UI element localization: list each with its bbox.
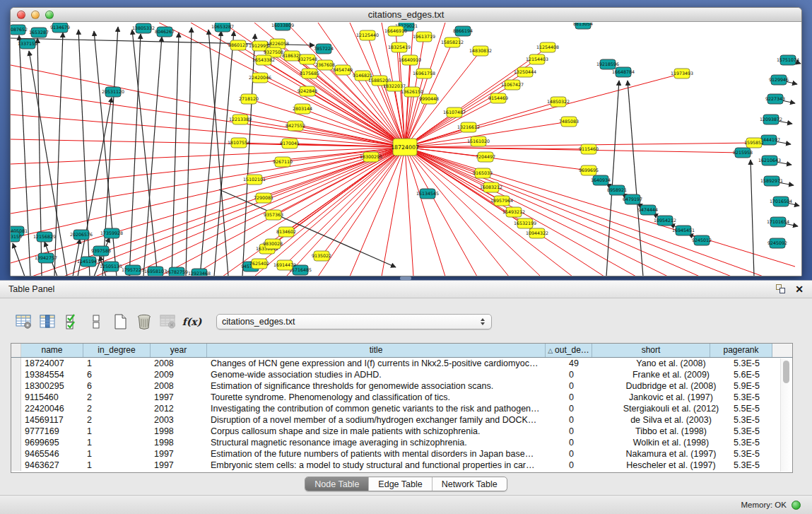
network-node[interactable]: 6479197	[623, 194, 642, 204]
network-node[interactable]: 13250444	[514, 67, 536, 77]
network-node[interactable]: 1337159	[18, 39, 37, 49]
network-node[interactable]: 20206576	[70, 230, 93, 240]
table-selector-dropdown[interactable]: citations_edges.txt	[216, 314, 492, 329]
rows-icon[interactable]	[86, 313, 105, 332]
network-node[interactable]: 16945451	[672, 226, 695, 235]
network-node[interactable]: 1640934	[591, 175, 611, 185]
network-node[interactable]: 17957223	[122, 265, 144, 275]
network-node[interactable]: 14850322	[547, 97, 570, 107]
network-node[interactable]: 18325419	[388, 42, 411, 52]
close-window-button[interactable]	[17, 11, 25, 19]
network-node[interactable]: 9242848	[298, 86, 317, 96]
function-builder-icon[interactable]: f(x)	[182, 313, 201, 332]
network-node[interactable]: 16646910	[384, 26, 407, 36]
network-node[interactable]: 1595852	[744, 138, 764, 148]
table-row[interactable]: 911546021997Tourette syndrome. Phenomeno…	[11, 392, 792, 403]
network-node[interactable]: 9327548	[298, 54, 317, 64]
network-node[interactable]: 11254408	[536, 42, 559, 52]
network-node[interactable]: 15858212	[441, 37, 464, 47]
table-row[interactable]: 1830029562008Estimation of significance …	[11, 380, 792, 392]
network-node[interactable]: 9699695	[579, 165, 599, 175]
network-node[interactable]: 14830832	[469, 46, 492, 56]
table-row[interactable]: 1938455462009Genome-wide association stu…	[11, 369, 792, 380]
network-node[interactable]: 16648784	[612, 67, 635, 77]
network-node[interactable]: 2718120	[239, 94, 259, 104]
network-node[interactable]: 13626150	[401, 87, 423, 97]
network-node[interactable]: 12213389	[229, 115, 252, 124]
network-node[interactable]: 16210643	[758, 156, 781, 165]
network-node[interactable]: 13942757	[35, 253, 57, 263]
network-canvas[interactable]: 2087652165328791346791337159138053328046…	[11, 23, 801, 276]
network-node[interactable]: 9154469	[488, 93, 508, 103]
network-node[interactable]: 16107487	[443, 107, 466, 117]
network-node[interactable]: 12093872	[760, 115, 782, 124]
minimize-window-button[interactable]	[31, 11, 40, 19]
table-row[interactable]: 1872400712008Changes of HCN gene express…	[11, 358, 792, 369]
network-node[interactable]: 9990448	[419, 94, 439, 104]
table-settings-icon[interactable]	[14, 313, 33, 332]
network-node[interactable]: 11451947	[77, 257, 100, 267]
table-row[interactable]: 946362711997Embryonic stem cells: a mode…	[11, 460, 792, 471]
zoom-window-button[interactable]	[45, 11, 54, 19]
network-node[interactable]: 8866194	[453, 26, 473, 36]
network-node[interactable]: 1653287	[29, 28, 49, 37]
table-row[interactable]: 1456911722003Disruption of a novel membe…	[11, 414, 792, 426]
network-node[interactable]: 16083212	[480, 182, 502, 192]
network-node[interactable]: 9227343	[765, 94, 785, 104]
network-node[interactable]: 13805332	[132, 23, 155, 33]
network-node[interactable]: 16961758	[413, 69, 435, 78]
column-header-short[interactable]: short	[592, 344, 710, 357]
window-titlebar[interactable]: citations_edges.txt	[11, 8, 801, 22]
network-node[interactable]: 9134679	[50, 23, 70, 33]
network-node[interactable]: 9397588	[91, 246, 111, 256]
network-node[interactable]: 12156829	[33, 232, 56, 242]
network-node[interactable]: 22420046	[249, 73, 271, 83]
network-node[interactable]: 16914479	[273, 260, 296, 270]
network-node[interactable]: 16532199	[514, 218, 536, 228]
network-node[interactable]: 10653287	[211, 23, 234, 32]
network-node[interactable]: 17101654	[767, 217, 789, 227]
network-node[interactable]: 2087652	[11, 25, 28, 35]
network-node[interactable]: 15892971	[760, 176, 783, 186]
network-node[interactable]: 10954212	[654, 216, 676, 226]
network-node[interactable]: 15751074	[777, 55, 799, 65]
network-node[interactable]: 8813054	[573, 23, 593, 29]
network-node[interactable]: 9830028	[263, 239, 283, 249]
network-node[interactable]: 7625402	[249, 259, 269, 269]
network-node[interactable]: 8175685	[300, 69, 319, 78]
network-node[interactable]: 8958921	[607, 185, 627, 195]
network-node[interactable]: 9245012	[692, 235, 712, 245]
network-node[interactable]: 8427552	[286, 121, 305, 131]
table-scrollbar[interactable]	[780, 358, 792, 472]
network-node[interactable]: 18300295	[360, 152, 382, 162]
network-node[interactable]: 19613719	[413, 32, 435, 42]
network-node[interactable]: 8046267	[155, 27, 175, 37]
network-node[interactable]: 9165033	[473, 168, 493, 178]
select-all-checks-icon[interactable]	[62, 313, 81, 332]
table-row[interactable]: 969969511998Structural magnetic resonanc…	[11, 437, 792, 448]
network-node[interactable]: 13216612	[457, 122, 480, 132]
network-node[interactable]: 15493212	[502, 207, 525, 217]
network-node[interactable]: 9245092	[767, 238, 787, 248]
network-node[interactable]: 17359928	[100, 228, 123, 238]
network-node[interactable]: 19218596	[596, 59, 619, 69]
column-header-year[interactable]: year	[151, 344, 207, 357]
network-node[interactable]: 7485083	[559, 117, 579, 127]
network-node[interactable]: 9135022	[312, 251, 331, 261]
column-header-in-degree[interactable]: in_degree	[83, 344, 151, 357]
delete-icon[interactable]	[134, 313, 153, 332]
network-node[interactable]: 7857224	[314, 44, 334, 54]
network-node[interactable]: 16640910	[399, 55, 421, 65]
network-node[interactable]: 9267110	[273, 157, 293, 167]
network-node[interactable]: 18957964	[490, 196, 513, 206]
network-node[interactable]: 16782759	[165, 267, 188, 276]
network-node[interactable]: 9357363	[264, 210, 283, 220]
network-node[interactable]: 8860123	[228, 40, 248, 50]
network-node[interactable]: 11973493	[671, 69, 693, 78]
network-node[interactable]: 15134545	[416, 189, 439, 199]
network-node[interactable]: 18724007	[391, 139, 419, 156]
network-node[interactable]: 16543382	[252, 55, 275, 65]
table-row[interactable]: 2242004622012Investigating the contribut…	[11, 403, 792, 414]
network-node[interactable]: 18107554	[228, 138, 250, 148]
network-node[interactable]: 12923468	[188, 269, 211, 276]
